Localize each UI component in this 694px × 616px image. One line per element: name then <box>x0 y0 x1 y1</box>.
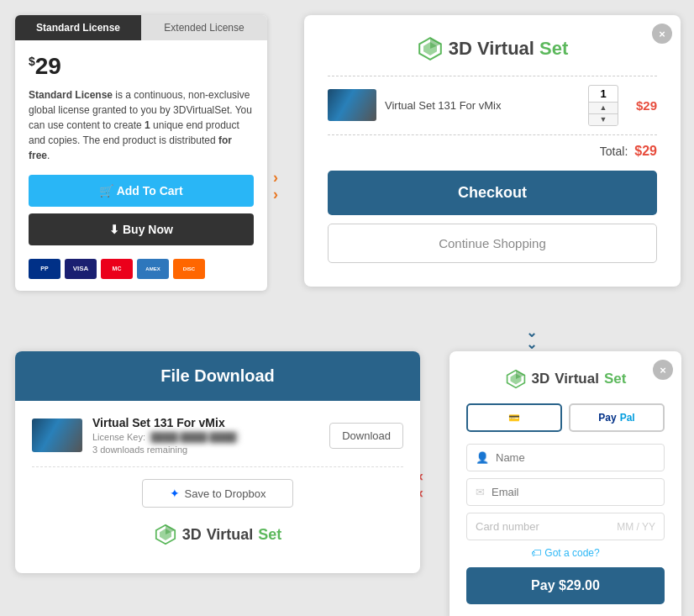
download-remaining: 3 downloads remaining <box>92 445 319 455</box>
license-key-value: ████-████-████ <box>148 431 239 443</box>
pay-button[interactable]: Pay $29.00 <box>466 567 665 604</box>
email-input[interactable] <box>492 486 655 498</box>
got-code-link[interactable]: 🏷 Got a code? <box>466 547 665 559</box>
name-field[interactable]: 👤 <box>466 444 665 471</box>
download-brand-logo-icon <box>154 523 177 546</box>
card-number-label: Card number <box>476 520 617 533</box>
amex-icon: AMEX <box>137 259 169 279</box>
download-brand-virtual: Virtual <box>207 526 254 544</box>
tag-icon: 🏷 <box>531 547 541 559</box>
payment-icons: PP VISA MC AMEX DISC <box>29 259 254 279</box>
license-body: $29 Standard License is a continuous, no… <box>15 40 267 291</box>
cart-qty-down-button[interactable]: ▼ <box>589 113 618 125</box>
download-body: Virtual Set 131 For vMix License Key: ██… <box>15 401 420 573</box>
cart-total-value: $29 <box>634 144 657 159</box>
brand-name-set: Set <box>539 38 568 60</box>
brand-name-virtual: Virtual <box>477 38 534 60</box>
checkout-button[interactable]: Checkout <box>328 171 657 215</box>
discover-icon: DISC <box>173 259 205 279</box>
cart-panel: × 3DVirtualSet Virtual Set 131 For vMix … <box>304 15 681 287</box>
brand-name-3d: 3D <box>449 38 472 60</box>
price-display: $29 <box>29 52 254 81</box>
cart-qty-up-button[interactable]: ▲ <box>589 102 618 113</box>
cart-divider-2 <box>328 134 657 135</box>
price-symbol: $ <box>29 55 35 68</box>
paypal-method-icon: Pay <box>598 412 616 424</box>
download-panel: File Download Virtual Set 131 For vMix L… <box>15 351 420 573</box>
cart-quantity-control[interactable]: ▲ ▼ <box>588 85 618 126</box>
payment-brand-set: Set <box>604 371 626 387</box>
payment-brand-logo-icon <box>505 368 527 390</box>
payment-method-row: 💳 PayPal <box>466 403 665 432</box>
dropbox-icon: ✦ <box>170 487 180 500</box>
paypal-method-button[interactable]: PayPal <box>569 403 665 432</box>
continue-shopping-button[interactable]: Continue Shopping <box>328 224 657 263</box>
download-brand: 3DVirtualSet <box>32 523 403 558</box>
tab-standard[interactable]: Standard License <box>15 15 141 40</box>
chevron-down-2: ⌄ <box>526 338 537 351</box>
card-method-button[interactable]: 💳 <box>466 403 562 432</box>
download-icon: ⬇ <box>109 223 119 236</box>
name-input[interactable] <box>496 451 655 464</box>
name-icon: 👤 <box>476 451 489 464</box>
cart-divider-1 <box>328 76 657 76</box>
license-card: Standard License Extended License $29 St… <box>15 15 267 291</box>
cart-total-label: Total: <box>600 145 628 158</box>
cart-brand: 3DVirtualSet <box>328 35 657 62</box>
payment-brand-virtual: Virtual <box>555 371 599 387</box>
cart-quantity-input[interactable] <box>591 86 615 102</box>
download-key: License Key: ████-████-████ <box>92 431 319 443</box>
arrow-right-top: › › <box>273 170 278 202</box>
mastercard-icon: MC <box>101 259 133 279</box>
add-to-cart-button[interactable]: 🛒 Add To Cart <box>29 175 254 207</box>
download-thumbnail <box>32 419 82 452</box>
payment-close-button[interactable]: × <box>653 360 673 380</box>
cart-item: Virtual Set 131 For vMix ▲ ▼ $29 <box>328 85 657 126</box>
download-button[interactable]: Download <box>329 423 403 449</box>
cart-item-name: Virtual Set 131 For vMix <box>385 99 580 112</box>
payment-brand: 3DVirtualSet <box>466 368 665 390</box>
paypal-icon: PP <box>29 259 60 279</box>
download-brand-3d: 3D <box>182 526 202 544</box>
license-tabs: Standard License Extended License <box>15 15 267 40</box>
payment-panel: × 3DVirtualSet 💳 PayPal 👤 ✉ Card number … <box>450 351 681 616</box>
cart-close-button[interactable]: × <box>652 24 672 44</box>
chevron-right-2: › <box>273 187 278 202</box>
download-title: Virtual Set 131 For vMix <box>92 416 319 429</box>
tab-extended[interactable]: Extended License <box>141 15 267 40</box>
cart-icon: 🛒 <box>99 184 113 197</box>
save-to-dropbox-button[interactable]: ✦ Save to Dropbox <box>142 479 293 508</box>
license-description: Standard License is a continuous, non-ex… <box>29 87 254 163</box>
chevron-right-1: › <box>273 170 278 185</box>
download-brand-set: Set <box>258 526 281 544</box>
buy-now-button[interactable]: ⬇ Buy Now <box>29 213 254 245</box>
email-icon: ✉ <box>476 486 485 498</box>
cart-item-price: $29 <box>627 98 657 113</box>
arrow-down: ⌄ ⌄ <box>526 326 537 351</box>
card-expiry-label: MM / YY <box>617 521 655 533</box>
card-method-icon: 💳 <box>508 413 520 424</box>
cart-item-thumbnail <box>328 89 376 121</box>
download-info: Virtual Set 131 For vMix License Key: ██… <box>92 416 319 455</box>
email-field[interactable]: ✉ <box>466 478 665 506</box>
download-item: Virtual Set 131 For vMix License Key: ██… <box>32 416 403 455</box>
payment-brand-3d: 3D <box>532 371 550 387</box>
cart-total-row: Total: $29 <box>328 144 657 159</box>
brand-logo-icon <box>417 35 444 62</box>
card-field[interactable]: Card number MM / YY <box>466 513 665 540</box>
download-header: File Download <box>15 351 420 401</box>
download-divider <box>32 466 403 467</box>
visa-icon: VISA <box>65 259 97 279</box>
